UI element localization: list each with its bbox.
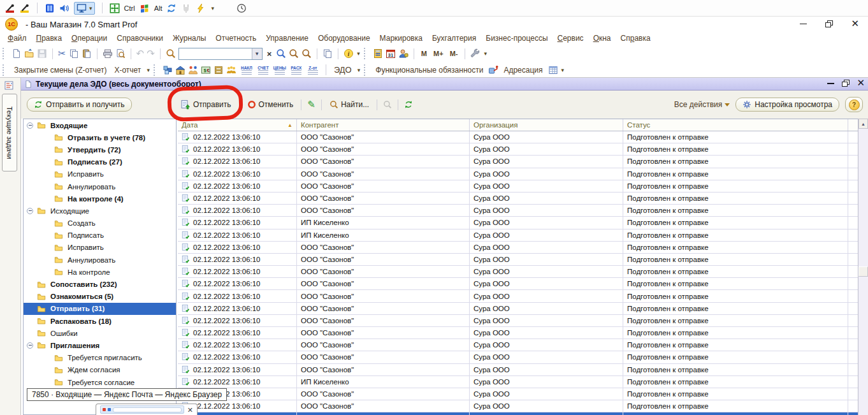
- cancel-button[interactable]: Отменить: [245, 99, 296, 110]
- table-row[interactable]: 02.12.2022 13:06:10 ООО "Сазонов" Сура О…: [178, 364, 858, 376]
- table-row[interactable]: 02.12.2022 13:06:10 ООО "Сазонов" Сура О…: [178, 242, 858, 254]
- menu-item[interactable]: Операции: [71, 34, 107, 43]
- speaker-icon[interactable]: [59, 3, 69, 13]
- table-row[interactable]: 02.12.2022 13:06:10 ООО "Сазонов" Сура О…: [178, 303, 858, 315]
- table-row[interactable]: 02.12.2022 13:06:10 ООО "Сазонов" Сура О…: [178, 131, 858, 143]
- cancel-find-icon[interactable]: [383, 100, 392, 109]
- find-previous-icon[interactable]: [301, 48, 312, 59]
- expander-icon[interactable]: [27, 208, 33, 214]
- search-input[interactable]: [179, 50, 252, 57]
- chevron-down-icon[interactable]: ▾: [358, 67, 361, 73]
- tree-item[interactable]: Утвердить (72): [24, 143, 176, 156]
- tab-current-tasks[interactable]: Текущие задачи: [2, 94, 17, 171]
- toolbar-drag-handle[interactable]: [3, 48, 6, 59]
- expander-icon[interactable]: [27, 342, 33, 349]
- column-header-organization[interactable]: Организация: [470, 119, 623, 131]
- tree-item[interactable]: Исправить: [24, 168, 176, 180]
- copy-windows-icon[interactable]: [322, 48, 333, 59]
- help-button[interactable]: ?: [845, 97, 863, 112]
- addressing-icon[interactable]: [548, 65, 558, 75]
- report-shortcut-button[interactable]: ЦЕНЫ: [272, 66, 287, 75]
- chevron-down-icon[interactable]: ▾: [357, 50, 360, 57]
- chevron-down-icon[interactable]: ▾: [211, 5, 214, 11]
- x-report-button[interactable]: X-отчет: [112, 64, 143, 76]
- alt-key-button[interactable]: Alt: [154, 4, 163, 12]
- clear-search-icon[interactable]: ×: [265, 49, 274, 59]
- tree-item[interactable]: Распаковать (18): [24, 315, 176, 327]
- table-row[interactable]: 02.12.2022 13:06:10 ИП Киселенко Сура ОО…: [178, 376, 858, 388]
- remote-tool-red-icon[interactable]: [5, 3, 15, 13]
- current-tasks-panel-icon[interactable]: [4, 80, 14, 91]
- column-header-contragent[interactable]: Контрагент: [297, 119, 470, 131]
- table-row[interactable]: 02.12.2022 13:06:10 ИП Киселенко Сура ОО…: [178, 217, 858, 229]
- tree-item[interactable]: Аннулировать: [24, 180, 176, 193]
- report-shortcut-button[interactable]: СЧЕТ: [256, 66, 271, 75]
- combobox-dropdown-icon[interactable]: ▼: [252, 48, 262, 59]
- menu-item[interactable]: Бухгалтерия: [432, 34, 476, 43]
- scrollbar-thumb[interactable]: [858, 266, 868, 277]
- menu-item[interactable]: Отчетность: [215, 34, 256, 43]
- refresh-icon[interactable]: [166, 3, 177, 13]
- table-row[interactable]: 02.12.2022 13:06:10 ООО "Сазонов" Сура О…: [178, 400, 858, 412]
- table-row[interactable]: 02.12.2022 13:06:10 ООО "Сазонов" Сура О…: [178, 143, 858, 156]
- copy-icon[interactable]: [69, 48, 79, 59]
- mdi-minimize-button[interactable]: [827, 80, 835, 86]
- tree-item[interactable]: Входящие: [24, 119, 176, 131]
- toolbar-drag-handle[interactable]: [364, 48, 367, 59]
- tree-item[interactable]: Сопоставить (232): [24, 278, 176, 290]
- z-report-button[interactable]: Закрытие смены (Z-отчет): [11, 64, 109, 76]
- report-shortcut-button[interactable]: РАСХ: [289, 66, 304, 75]
- find-button[interactable]: Найти...: [328, 99, 371, 110]
- expander-icon[interactable]: [27, 122, 33, 129]
- find-next-icon[interactable]: [289, 48, 299, 59]
- table-row[interactable]: 02.12.2022 13:06:10 ООО "Сазонов" Сура О…: [178, 193, 858, 205]
- memory-m-button[interactable]: M: [419, 50, 429, 57]
- menu-item[interactable]: Сервис: [558, 34, 584, 43]
- chevron-down-icon[interactable]: ▾: [89, 5, 92, 11]
- menu-item[interactable]: Оборудование: [318, 34, 370, 43]
- staff-group-icon[interactable]: [226, 65, 236, 75]
- report-shortcut-button[interactable]: Z-от: [305, 66, 321, 75]
- print-icon[interactable]: [103, 48, 113, 59]
- functional-duties-button[interactable]: Функциональные обязанности: [373, 64, 486, 76]
- tree-item[interactable]: Отправить (31): [24, 303, 176, 315]
- currency-icon[interactable]: $€: [201, 65, 211, 75]
- tree-item[interactable]: Аннулировать: [24, 254, 176, 266]
- all-actions-button[interactable]: Все действия: [674, 100, 730, 109]
- table-row[interactable]: 02.12.2022 13:06:10 ООО "Сазонов" Сура О…: [178, 339, 858, 351]
- table-row[interactable]: 02.12.2022 13:06:10 ООО "Сазонов" Сура О…: [178, 290, 858, 302]
- edo-button[interactable]: ЭДО: [331, 64, 354, 76]
- column-header-status[interactable]: Статус: [623, 119, 848, 131]
- memory-m-minus-button[interactable]: M-: [448, 50, 460, 57]
- scroll-up-icon[interactable]: ▲: [858, 119, 868, 129]
- chevron-down-icon[interactable]: ▾: [484, 50, 487, 57]
- report-shortcut-button[interactable]: НАКЛ: [239, 66, 254, 75]
- table-row[interactable]: 02.12.2022 13:06:10 ООО "Сазонов" Сура О…: [178, 205, 858, 217]
- taskbar-thumbnail-fragment[interactable]: ✕: [96, 404, 198, 415]
- menu-item[interactable]: Окна: [593, 34, 611, 43]
- tree-item[interactable]: Приглашения: [24, 339, 176, 351]
- menu-item[interactable]: Журналы: [173, 34, 206, 43]
- send-and-receive-button[interactable]: Отправить и получить: [27, 98, 132, 112]
- menu-item[interactable]: Справочники: [117, 34, 163, 43]
- tree-item[interactable]: Подписать: [24, 229, 176, 242]
- chevron-down-icon[interactable]: ▾: [561, 67, 565, 73]
- table-row[interactable]: 02.12.2022 13:06:10 ООО "Сазонов" Сура О…: [178, 327, 858, 339]
- table-row[interactable]: 02.12.2022 13:06:10 ООО "Сазонов" Сура О…: [178, 266, 858, 278]
- print-preview-icon[interactable]: [115, 48, 126, 59]
- info-icon[interactable]: i: [344, 48, 354, 59]
- table-row[interactable]: 02.12.2022 13:06:10 ООО "Сазонов" Сура О…: [178, 254, 858, 266]
- tree-item[interactable]: Ошибки: [24, 327, 176, 339]
- fullscreen-icon[interactable]: [110, 3, 120, 13]
- remote-tool-yellow-icon[interactable]: [20, 3, 30, 13]
- menu-item[interactable]: Файл: [8, 34, 27, 43]
- monitor-mode-button[interactable]: ▾: [74, 2, 95, 15]
- ctrl-key-button[interactable]: Ctrl: [124, 4, 135, 12]
- panel-list-icon[interactable]: [45, 3, 55, 13]
- toolbar-drag-handle[interactable]: [364, 64, 367, 76]
- new-document-icon[interactable]: [11, 48, 22, 59]
- tree-item[interactable]: Отразить в учете (78): [24, 131, 176, 143]
- table-row[interactable]: 02.12.2022 13:06:10 ИП Киселенко Сура ОО…: [178, 229, 858, 242]
- blocks-icon[interactable]: [163, 65, 173, 75]
- disconnect-icon[interactable]: [181, 3, 191, 13]
